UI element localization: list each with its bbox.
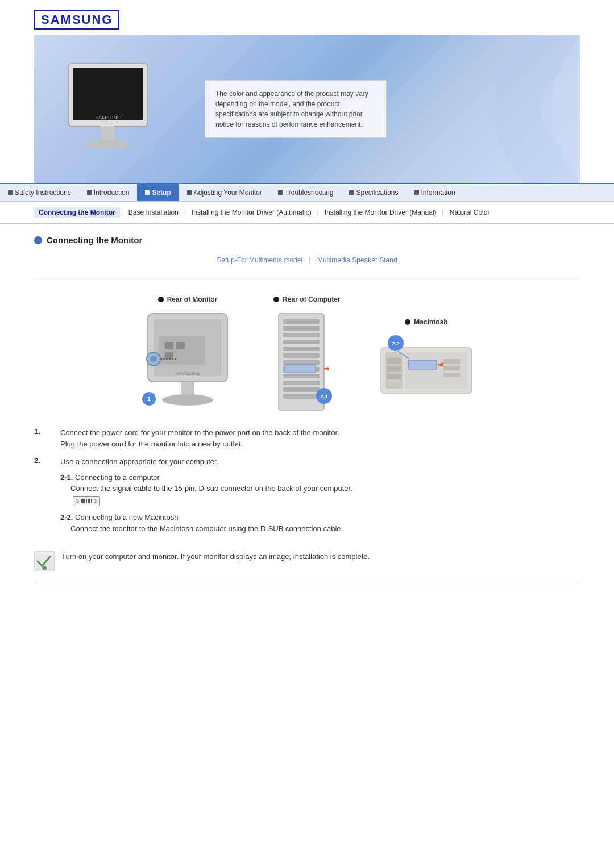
main-nav: Safety Instructions Introduction Setup A…: [0, 183, 614, 202]
instructions-list: 1. Connect the power cord for your monit…: [34, 427, 580, 540]
links-separator: |: [309, 256, 312, 264]
sub-nav-driver-auto[interactable]: Installing the Monitor Driver (Automatic…: [187, 207, 316, 218]
svg-text:2-2: 2-2: [392, 341, 399, 347]
nav-bullet: [278, 190, 283, 195]
checkmark-icon: [34, 551, 55, 571]
nav-information[interactable]: Information: [406, 184, 463, 201]
svg-rect-45: [408, 360, 437, 369]
banner-monitor-illustration: SAMSUNG: [57, 52, 159, 166]
svg-rect-23: [283, 340, 320, 344]
completion-note: Turn on your computer and monitor. If yo…: [34, 551, 580, 571]
nav-adjusting[interactable]: Adjusting Your Monitor: [179, 184, 270, 201]
instruction-1: 1. Connect the power cord for your monit…: [34, 427, 580, 449]
svg-point-3: [85, 140, 131, 149]
sub-nav-sep-4: |: [441, 208, 445, 216]
svg-rect-39: [387, 366, 401, 372]
instruction-2-text: Use a connection appropriate for your co…: [60, 456, 352, 540]
rear-monitor-section: Rear of Monitor SAMSUNG: [131, 295, 244, 422]
nav-specifications[interactable]: Specifications: [341, 184, 406, 201]
svg-rect-8: [165, 342, 173, 349]
svg-rect-38: [387, 358, 401, 364]
sub-nav-natural-color[interactable]: Natural Color: [445, 207, 495, 218]
sub-num-2-1: 2-1.: [60, 473, 73, 482]
completion-note-text: Turn on your computer and monitor. If yo…: [61, 551, 370, 562]
diagram-area: Rear of Monitor SAMSUNG: [34, 290, 580, 427]
svg-rect-43: [443, 366, 460, 370]
multimedia-links: Setup-For Multimedia model | Multimedia …: [34, 256, 580, 264]
nav-bullet: [87, 190, 92, 195]
svg-text:SAMSUNG: SAMSUNG: [95, 115, 121, 120]
svg-rect-29: [283, 381, 320, 385]
instruction-2-num: 2.: [34, 456, 51, 540]
svg-rect-7: [159, 336, 205, 365]
macintosh-label: Macintosh: [405, 318, 447, 326]
nav-bullet: [187, 190, 192, 195]
sub-instruction-2-1-item: 2-1. Connecting to a computer Connect th…: [60, 472, 352, 507]
nav-introduction[interactable]: Introduction: [79, 184, 138, 201]
main-content: Connecting the Monitor Setup-For Multime…: [0, 224, 614, 595]
footer-divider: [34, 583, 580, 583]
instruction-2: 2. Use a connection appropriate for your…: [34, 456, 580, 540]
svg-rect-44: [443, 373, 460, 377]
nav-bullet: [145, 190, 150, 195]
links-divider: [34, 278, 580, 278]
svg-rect-24: [283, 347, 320, 351]
svg-rect-21: [283, 326, 320, 331]
svg-rect-28: [283, 374, 320, 378]
nav-bullet: [8, 190, 13, 195]
sub-nav: Connecting the Monitor | Base Installati…: [0, 202, 614, 224]
macintosh-section: Macintosh: [370, 318, 483, 416]
svg-text:2-1: 2-1: [320, 394, 327, 399]
svg-rect-31: [283, 394, 320, 399]
sub-nav-sep-3: |: [316, 208, 320, 216]
banner-disclaimer: The color and appearance of the product …: [205, 80, 387, 138]
rear-monitor-bullet: [158, 297, 164, 302]
svg-rect-42: [443, 359, 460, 364]
svg-point-15: [150, 356, 157, 362]
sub-instruction-2-1: 2-1. Connecting to a computer Connect th…: [60, 472, 352, 535]
svg-rect-10: [165, 352, 173, 359]
rear-computer-label: Rear of Computer: [273, 295, 340, 303]
svg-rect-1: [73, 68, 143, 120]
samsung-logo: SAMSUNG: [34, 10, 119, 30]
nav-bullet: [414, 190, 419, 195]
sub-nav-sep-1: |: [120, 208, 124, 216]
macintosh-bullet: [405, 319, 410, 325]
banner: SAMSUNG The color and appearance of the …: [34, 35, 580, 183]
sub-nav-connecting[interactable]: Connecting the Monitor: [34, 207, 120, 218]
section-title: Connecting the Monitor: [34, 235, 580, 245]
rear-computer-bullet: [273, 297, 279, 302]
rear-monitor-label: Rear of Monitor: [158, 295, 218, 303]
sub-nav-driver-manual[interactable]: Installing the Monitor Driver (Manual): [320, 207, 441, 218]
header: SAMSUNG SAMSUNG The color and appearance…: [0, 0, 614, 183]
sub-nav-base-installation[interactable]: Base Installation: [124, 207, 183, 218]
svg-rect-20: [283, 319, 320, 324]
svg-rect-40: [387, 374, 401, 379]
instruction-1-num: 1.: [34, 427, 51, 449]
svg-text:1: 1: [147, 395, 151, 402]
nav-setup[interactable]: Setup: [137, 184, 179, 201]
setup-multimedia-link[interactable]: Setup-For Multimedia model: [217, 256, 302, 264]
section-bullet: [34, 236, 42, 244]
svg-rect-30: [283, 387, 320, 392]
svg-rect-26: [283, 360, 320, 365]
svg-rect-9: [176, 342, 185, 349]
rear-monitor-svg: SAMSUNG 1: [131, 308, 244, 422]
banner-wave-decoration: [409, 35, 580, 183]
nav-troubleshooting[interactable]: Troubleshooting: [270, 184, 342, 201]
sub-nav-sep-2: |: [183, 208, 187, 216]
svg-rect-25: [283, 353, 320, 358]
rear-computer-section: Rear of Computer: [262, 295, 352, 422]
rear-computer-svg: 2-1: [262, 308, 352, 422]
instruction-1-text: Connect the power cord for your monitor …: [60, 427, 339, 449]
svg-rect-32: [284, 365, 316, 373]
sub-instruction-2-2-item: 2-2. Connecting to a new Macintosh Conne…: [60, 512, 352, 534]
svg-point-51: [42, 566, 47, 570]
macintosh-svg: 2-2: [370, 331, 483, 416]
speaker-stand-link[interactable]: Multimedia Speaker Stand: [317, 256, 397, 264]
svg-point-12: [162, 394, 213, 406]
nav-safety-instructions[interactable]: Safety Instructions: [0, 184, 79, 201]
sub-num-2-2: 2-2.: [60, 513, 73, 521]
dsub-connector-icon: ⊙ ⊙: [73, 496, 100, 507]
nav-bullet: [349, 190, 354, 195]
